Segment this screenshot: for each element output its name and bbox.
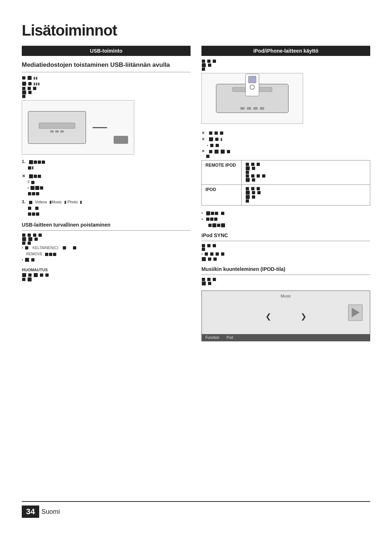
hifi-unit-usb xyxy=(28,111,86,144)
left-divider xyxy=(22,72,191,72)
page-language: Suomi xyxy=(41,508,60,516)
right-section-header: iPod/iPhone-laitteen käyttö xyxy=(201,46,370,56)
hifi-btn-2 xyxy=(55,130,59,133)
usb-removal-text: • KELTAINEN(C) REMOVE • xyxy=(22,234,191,263)
nav-arrow-right: ❯ xyxy=(301,312,307,321)
music-screen-illustration: Music ❮ ❯ Function Pod xyxy=(201,291,370,341)
usb-removal-title: USB-laitteen turvallinen poistaminen xyxy=(22,222,191,228)
album-art-placeholder xyxy=(348,304,363,321)
page-footer: 34 Suomi xyxy=(22,501,370,518)
svg-marker-0 xyxy=(352,308,360,317)
music-screen-main: Music ❮ ❯ xyxy=(202,291,370,334)
ipod-intro-text xyxy=(201,60,370,71)
remote-ipod-row: REMOTE IPOD xyxy=(202,161,370,185)
usb-device-illustration xyxy=(22,100,134,155)
keltainen-text: KELTAINEN(C) xyxy=(33,245,58,251)
step1-number: 1. xyxy=(22,159,25,164)
usb-stick xyxy=(114,136,128,144)
nav-arrow-left: ❮ xyxy=(265,312,271,321)
ipod-dock-illustration xyxy=(201,73,303,124)
step1-block: 1. ▮ xyxy=(22,158,191,171)
hifi-btn-3 xyxy=(60,130,64,133)
two-columns-layout: USB-toiminto Mediatiedostojen toistamine… xyxy=(22,46,370,494)
ipod-content xyxy=(242,185,370,206)
note-label: HUOMAUTUS xyxy=(22,268,48,272)
usb-removal-divider xyxy=(22,230,191,231)
page: Lisätoiminnot USB-toiminto Mediatiedosto… xyxy=(0,0,392,536)
ipod-row: IPOD xyxy=(202,185,370,206)
remove-text: REMOVE xyxy=(26,252,43,256)
remote-ipod-content xyxy=(242,161,370,185)
page-number: 34 xyxy=(22,505,39,518)
bullet-1 xyxy=(201,210,370,216)
left-section-header: USB-toiminto xyxy=(22,46,191,56)
step3-number: 3. xyxy=(22,199,25,204)
right-column: iPod/iPhone-laitteen käyttö xyxy=(201,46,370,494)
hifi-controls xyxy=(50,130,64,133)
music-nav: ❮ ❯ xyxy=(265,312,307,321)
screen-footer-function: Function xyxy=(205,336,219,340)
ipod-desc-text: ✕ ✕ ▮ • ✕ xyxy=(201,130,370,158)
musiikin-divider xyxy=(201,275,370,275)
musiikin-text xyxy=(201,278,370,286)
music-screen-label: Music xyxy=(281,294,291,298)
step3-block: 3. Videos ▮Music ▮ Photo ▮ xyxy=(22,199,191,217)
ipod-label: IPOD xyxy=(202,185,242,206)
remote-ipod-label: REMOTE IPOD xyxy=(202,161,242,185)
usb-cable xyxy=(93,127,107,128)
function-table: REMOTE IPOD IPOD xyxy=(201,160,370,206)
hifi-btn-1 xyxy=(50,130,54,133)
ipod-sync-divider xyxy=(201,241,370,241)
ipod-sync-text: • xyxy=(201,244,370,262)
ipod-sync-title: iPod SYNC xyxy=(201,232,370,238)
page-title: Lisätoiminnot xyxy=(22,22,370,39)
bullet-2 xyxy=(201,216,370,228)
step2-block: ✕ F • xyxy=(22,173,191,196)
left-section-title: Mediatiedostojen toistaminen USB-liitänn… xyxy=(22,61,191,69)
note-block: HUOMAUTUS xyxy=(22,267,191,282)
usb-intro-text: ▮▮ ▮▮▮ xyxy=(22,75,191,98)
left-column: USB-toiminto Mediatiedostojen toistamine… xyxy=(22,46,191,494)
musiikin-title: Musiikin kuunteleminen (IPOD-tila) xyxy=(201,266,370,272)
ipod-bullet-list xyxy=(201,210,370,228)
music-screen-footer: Function Pod xyxy=(202,334,370,341)
screen-footer-pod: Pod xyxy=(226,336,233,340)
hifi-display xyxy=(39,123,75,129)
